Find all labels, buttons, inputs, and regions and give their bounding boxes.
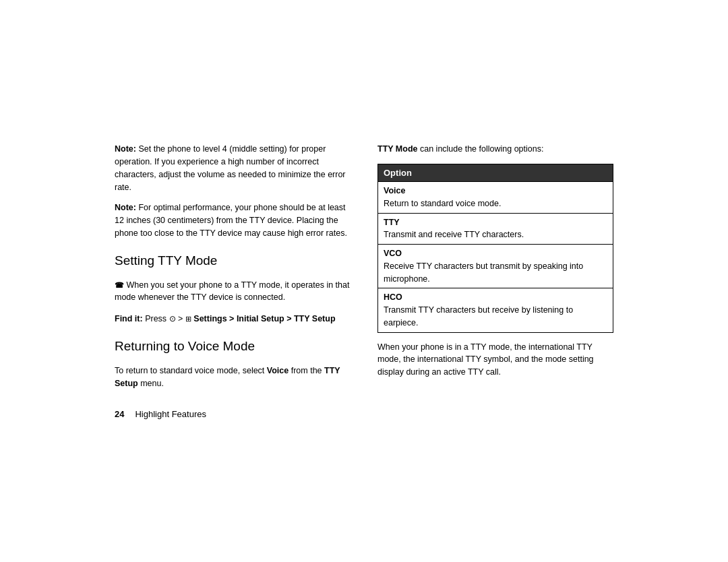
vco-label: VCO (384, 247, 607, 260)
table-row: HCO Transmit TTY characters but receive … (378, 288, 613, 332)
returning-title: Returning to Voice Mode (115, 339, 351, 354)
find-it-text: Find it: Press ⊙ > ⊞ Settings > Initial … (115, 312, 351, 325)
page: Note: Set the phone to level 4 (middle s… (101, 129, 627, 432)
find-it-arrow: > (178, 314, 185, 323)
tty-desc: Transmit and receive TTY characters. (384, 228, 607, 241)
settings-icon: ⊞ (185, 315, 191, 323)
returning-description: To return to standard voice mode, select… (115, 365, 351, 390)
tty-label: TTY (384, 216, 607, 229)
tty-mode-bold: TTY Mode (377, 144, 418, 154)
center-key-icon: ⊙ (169, 314, 176, 323)
note2-text: For optimal performance, your phone shou… (115, 203, 347, 238)
find-it-label: Find it: (115, 314, 143, 323)
note1-text: Set the phone to level 4 (middle setting… (115, 144, 346, 191)
left-column: Note: Set the phone to level 4 (middle s… (115, 143, 351, 418)
voice-desc: Return to standard voice mode. (384, 197, 607, 210)
returning-desc3: menu. (138, 379, 164, 388)
tty-icon: ☎ (115, 281, 124, 289)
hco-desc: Transmit TTY characters but receive by l… (384, 304, 607, 330)
options-intro: TTY Mode can include the following optio… (377, 143, 613, 156)
vco-cell: VCO Receive TTY characters but transmit … (378, 245, 613, 288)
right-column: TTY Mode can include the following optio… (377, 143, 613, 379)
table-row: TTY Transmit and receive TTY characters. (378, 213, 613, 245)
hco-label: HCO (384, 291, 607, 304)
voice-label: Voice (384, 185, 607, 197)
returning-desc2: from the (289, 366, 324, 375)
setting-tty-mode-title: Setting TTY Mode (115, 253, 351, 268)
find-it-press: Press (145, 314, 169, 323)
tty-mode-desc-text: When you set your phone to a TTY mode, i… (115, 280, 349, 303)
page-number-row: 24 Highlight Features (115, 409, 351, 419)
tty-mode-note: When your phone is in a TTY mode, the in… (377, 341, 613, 379)
returning-voice: Voice (267, 366, 289, 375)
note2-label: Note: (115, 203, 136, 212)
note-1: Note: Set the phone to level 4 (middle s… (115, 143, 351, 193)
table-row: Voice Return to standard voice mode. (378, 182, 613, 214)
note-2: Note: For optimal performance, your phon… (115, 201, 351, 239)
returning-desc1: To return to standard voice mode, select (115, 366, 267, 375)
note1-label: Note: (115, 144, 136, 154)
voice-cell: Voice Return to standard voice mode. (378, 182, 613, 214)
page-number: 24 (115, 409, 124, 419)
tty-cell: TTY Transmit and receive TTY characters. (378, 213, 613, 245)
intro-text: can include the following options: (418, 144, 544, 154)
vco-desc: Receive TTY characters but transmit by s… (384, 260, 607, 286)
table-header: Option (378, 164, 613, 182)
hco-cell: HCO Transmit TTY characters but receive … (378, 288, 613, 332)
table-row: VCO Receive TTY characters but transmit … (378, 245, 613, 288)
find-it-settings: Settings > Initial Setup > TTY Setup (193, 314, 335, 323)
tty-mode-description: ☎ When you set your phone to a TTY mode,… (115, 279, 351, 305)
options-table: Option Voice Return to standard voice mo… (377, 164, 613, 333)
page-label: Highlight Features (135, 409, 206, 419)
